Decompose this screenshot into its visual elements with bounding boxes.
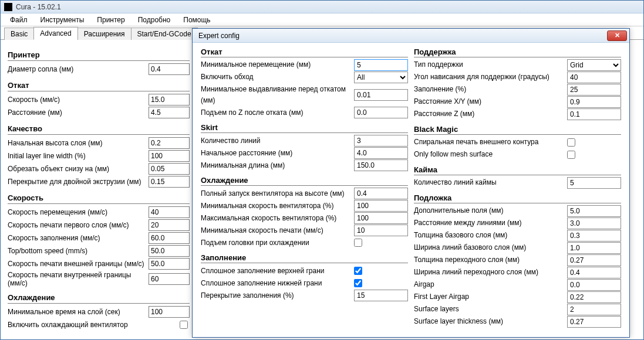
dgroup-support: Поддержка bbox=[414, 47, 621, 57]
skirt-len-label: Минимальная длина (мм) bbox=[201, 160, 354, 171]
skirt-lines-input[interactable] bbox=[354, 135, 408, 147]
infill-speed-label: Скорость заполнения (мм/с) bbox=[8, 234, 149, 242]
group-speed: Скорость bbox=[8, 193, 190, 204]
dual-overlap-input[interactable] bbox=[149, 176, 190, 188]
tab-gcode[interactable]: Start/End-GCode bbox=[131, 28, 198, 40]
raft-airgap-input[interactable] bbox=[567, 279, 621, 291]
raft-basew-input[interactable] bbox=[567, 242, 621, 254]
fan-max-input[interactable] bbox=[354, 212, 408, 224]
raft-interfthick-label: Толщина переходного слоя (мм) bbox=[414, 254, 567, 266]
combing-select[interactable]: All bbox=[354, 72, 408, 83]
raft-surflayers-label: Surface layers bbox=[414, 304, 567, 315]
expert-config-dialog: Expert config ✕ Откат Минимальное переме… bbox=[192, 28, 630, 338]
spiralize-checkbox[interactable] bbox=[567, 138, 575, 147]
cut-bottom-input[interactable] bbox=[149, 163, 190, 175]
spiralize-label: Спиральная печать внешнего контура bbox=[414, 137, 565, 148]
menu-details[interactable]: Подробно bbox=[132, 15, 177, 25]
support-fill-label: Заполнение (%) bbox=[414, 84, 567, 95]
nozzle-dia-input[interactable] bbox=[149, 63, 190, 75]
retract-dist-input[interactable] bbox=[149, 107, 190, 118]
support-xy-label: Расстояние X/Y (мм) bbox=[414, 96, 567, 107]
inner-speed-input[interactable] bbox=[149, 273, 190, 285]
mesh-only-checkbox[interactable] bbox=[567, 151, 575, 159]
head-lift-checkbox[interactable] bbox=[354, 239, 362, 247]
raft-linespace-label: Расстояние между линиями (мм) bbox=[414, 217, 567, 229]
dialog-body: Откат Минимальное перемещение (мм) Включ… bbox=[193, 43, 629, 337]
raft-firstairgap-input[interactable] bbox=[567, 291, 621, 303]
cut-bottom-label: Обрезать объект снизу на (мм) bbox=[8, 165, 149, 173]
menu-printer[interactable]: Принтер bbox=[91, 15, 130, 25]
travel-speed-label: Скорость перемещения (мм/с) bbox=[8, 208, 149, 216]
support-z-input[interactable] bbox=[567, 108, 621, 120]
dialog-title: Expert config bbox=[198, 32, 240, 40]
min-extrude-label: Минимальное выдавливание перед откатом (… bbox=[201, 84, 354, 106]
tab-plugins[interactable]: Расширения bbox=[77, 28, 132, 40]
support-angle-input[interactable] bbox=[567, 72, 621, 83]
min-layer-time-label: Минимальное время на слой (сек) bbox=[8, 308, 149, 316]
nozzle-dia-label: Диаметр сопла (мм) bbox=[8, 65, 149, 73]
fan-full-h-input[interactable] bbox=[354, 188, 408, 199]
brim-lines-input[interactable] bbox=[567, 177, 621, 189]
menu-file[interactable]: Файл bbox=[4, 15, 33, 25]
fan-enable-checkbox[interactable] bbox=[180, 321, 188, 329]
raft-surflayers-input[interactable] bbox=[567, 304, 621, 315]
skirt-len-input[interactable] bbox=[354, 159, 408, 171]
zhop-input[interactable] bbox=[354, 107, 408, 118]
dgroup-blackmagic: Black Magic bbox=[414, 125, 621, 135]
raft-basethick-label: Толщина базового слоя (мм) bbox=[414, 230, 567, 241]
solid-top-label: Сплошное заполнение верхней грани bbox=[201, 266, 352, 277]
raft-firstairgap-label: First Layer Airgap bbox=[414, 291, 567, 302]
raft-interfw-input[interactable] bbox=[567, 267, 621, 278]
menubar: Файл Инструменты Принтер Подробно Помощь bbox=[1, 13, 643, 26]
support-z-label: Расстояние Z (мм) bbox=[414, 108, 567, 120]
raft-surfthick-input[interactable] bbox=[567, 316, 621, 328]
dgroup-raft: Подложка bbox=[414, 193, 621, 203]
combing-label: Включить обход bbox=[201, 72, 354, 83]
skirt-dist-input[interactable] bbox=[354, 147, 408, 159]
outer-speed-label: Скорость печати внешней границы (мм/с) bbox=[8, 260, 149, 268]
solid-top-checkbox[interactable] bbox=[354, 267, 362, 275]
raft-surfthick-label: Surface layer thickness (мм) bbox=[414, 316, 567, 327]
outer-speed-input[interactable] bbox=[149, 258, 190, 270]
app-title: Cura - 15.02.1 bbox=[16, 3, 61, 11]
tab-basic[interactable]: Basic bbox=[4, 28, 34, 40]
raft-linespace-input[interactable] bbox=[567, 217, 621, 229]
support-type-select[interactable]: Grid bbox=[567, 59, 621, 71]
close-icon: ✕ bbox=[615, 32, 620, 39]
infill-overlap-input[interactable] bbox=[354, 290, 408, 301]
dialog-close-button[interactable]: ✕ bbox=[607, 30, 627, 41]
first-layer-speed-input[interactable] bbox=[149, 219, 190, 231]
retract-speed-label: Скорость (мм/с) bbox=[8, 96, 149, 104]
retract-dist-label: Расстояние (мм) bbox=[8, 108, 149, 117]
menu-help[interactable]: Помощь bbox=[177, 15, 216, 25]
min-print-speed-label: Минимальная скорость печати (мм/с) bbox=[201, 225, 354, 236]
app-icon bbox=[4, 3, 12, 11]
mesh-only-label: Only follow mesh surface bbox=[414, 149, 565, 160]
min-travel-input[interactable] bbox=[354, 59, 408, 71]
retract-speed-input[interactable] bbox=[149, 94, 190, 106]
init-line-w-input[interactable] bbox=[149, 150, 190, 162]
zhop-label: Подъем по Z после отката (мм) bbox=[201, 107, 354, 118]
topbottom-speed-input[interactable] bbox=[149, 245, 190, 257]
min-extrude-input[interactable] bbox=[354, 89, 408, 101]
fan-min-input[interactable] bbox=[354, 200, 408, 212]
raft-interfthick-input[interactable] bbox=[567, 254, 621, 266]
raft-basethick-input[interactable] bbox=[567, 230, 621, 242]
support-xy-input[interactable] bbox=[567, 96, 621, 108]
dual-overlap-label: Перекрытие для двойной экструзии (мм) bbox=[8, 178, 149, 186]
raft-margin-input[interactable] bbox=[567, 205, 621, 217]
dialog-titlebar: Expert config ✕ bbox=[193, 29, 629, 43]
dgroup-skirt: Skirt bbox=[201, 123, 408, 133]
init-layer-h-input[interactable] bbox=[149, 137, 190, 149]
solid-bot-checkbox[interactable] bbox=[354, 279, 362, 287]
min-layer-time-input[interactable] bbox=[149, 306, 190, 318]
infill-speed-input[interactable] bbox=[149, 232, 190, 244]
min-print-speed-input[interactable] bbox=[354, 225, 408, 236]
travel-speed-input[interactable] bbox=[149, 206, 190, 218]
menu-tools[interactable]: Инструменты bbox=[35, 15, 90, 25]
support-fill-input[interactable] bbox=[567, 84, 621, 96]
fan-max-label: Максимальная скорость вентилятора (%) bbox=[201, 213, 354, 224]
tab-advanced[interactable]: Advanced bbox=[33, 27, 77, 40]
first-layer-speed-label: Скорость печати первого слоя (мм/с) bbox=[8, 221, 149, 229]
group-quality: Качество bbox=[8, 124, 190, 135]
